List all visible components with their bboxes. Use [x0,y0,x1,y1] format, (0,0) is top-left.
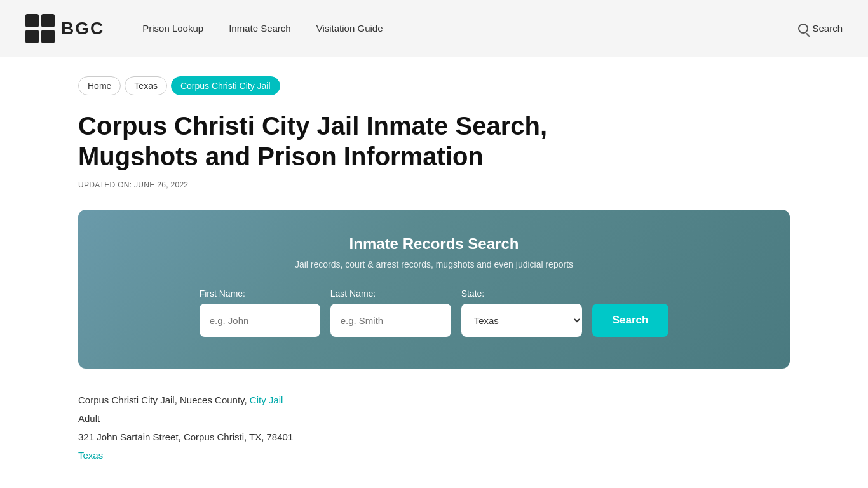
first-name-group: First Name: [200,288,320,337]
nav-visitation-guide[interactable]: Visitation Guide [316,23,383,34]
state-select[interactable]: TexasAlabamaAlaskaArizonaArkansasCalifor… [461,304,582,337]
last-name-group: Last Name: [330,288,451,337]
state-label: State: [461,288,582,299]
search-form: First Name: Last Name: State: TexasAlaba… [116,288,752,337]
info-city-jail-link[interactable]: City Jail [250,395,283,405]
inmate-search-box: Inmate Records Search Jail records, cour… [78,210,790,369]
main-content: Home Texas Corpus Christi City Jail Corp… [53,57,815,488]
info-section: Corpus Christi City Jail, Nueces County,… [78,391,790,464]
last-name-label: Last Name: [330,288,451,299]
breadcrumb-home[interactable]: Home [78,76,121,95]
page-title: Corpus Christi City Jail Inmate Search, … [78,111,650,172]
logo-cell-3 [25,30,39,43]
info-line1-text: Corpus Christi City Jail, Nueces County, [78,395,250,405]
breadcrumb-state[interactable]: Texas [125,76,167,95]
search-box-subtitle: Jail records, court & arrest records, mu… [116,259,752,269]
info-texas-link[interactable]: Texas [78,450,103,461]
info-line-4: Texas [78,447,790,464]
breadcrumb-current[interactable]: Corpus Christi City Jail [171,76,280,95]
nav-search-button[interactable]: Search [798,23,843,34]
logo-grid-icon [25,14,55,43]
state-group: State: TexasAlabamaAlaskaArizonaArkansas… [461,288,582,337]
logo-cell-2 [41,14,55,27]
info-line-3: 321 John Sartain Street, Corpus Christi,… [78,428,790,445]
first-name-label: First Name: [200,288,320,299]
info-line-1: Corpus Christi City Jail, Nueces County,… [78,391,790,409]
breadcrumb: Home Texas Corpus Christi City Jail [78,76,790,95]
first-name-input[interactable] [200,304,320,337]
info-line-2: Adult [78,410,790,427]
nav-inmate-search[interactable]: Inmate Search [229,23,291,34]
logo-text: BGC [61,18,104,39]
nav-search-label: Search [812,23,843,34]
search-icon [798,24,808,34]
last-name-input[interactable] [330,304,451,337]
search-button[interactable]: Search [592,304,669,337]
main-nav: Prison Lookup Inmate Search Visitation G… [142,23,843,34]
logo-cell-1 [25,14,39,27]
search-box-title: Inmate Records Search [116,235,752,253]
nav-prison-lookup[interactable]: Prison Lookup [142,23,203,34]
logo-cell-4 [41,30,55,43]
logo-area[interactable]: BGC [25,14,104,43]
updated-date: UPDATED ON: JUNE 26, 2022 [78,180,790,189]
site-header: BGC Prison Lookup Inmate Search Visitati… [0,0,868,57]
